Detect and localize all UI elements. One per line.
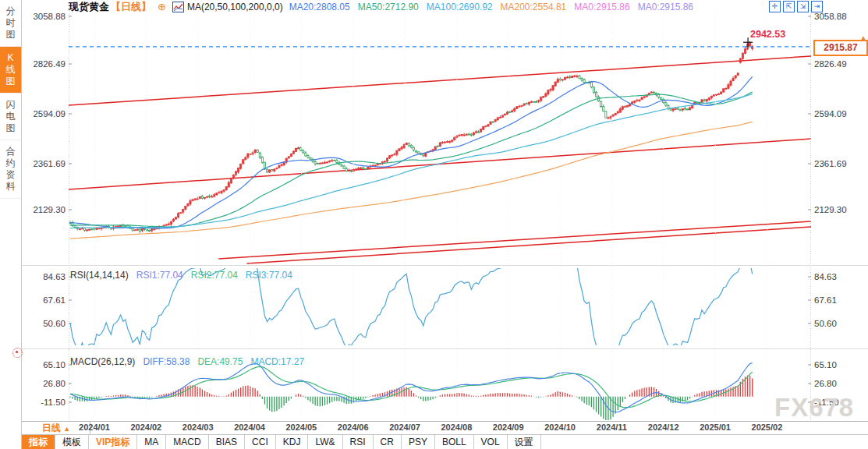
bottom-tab-PSY[interactable]: PSY <box>402 435 435 449</box>
readout: DIFF:58.38 <box>143 356 190 367</box>
symbol-name: 现货黄金 <box>69 0 109 14</box>
rsi-title: RSI(14,14,14) <box>70 270 129 281</box>
bottom-tab-MACD[interactable]: MACD <box>166 435 208 449</box>
month-tick-label: 2024/09 <box>484 422 533 432</box>
month-tick-label: 2024/08 <box>432 422 480 432</box>
chart-header: 现货黄金 【日线】 ⊕ MA(20,50,100,200,0,0) MA20:2… <box>69 1 701 13</box>
sidebar-item-3[interactable]: 合 约 资 料 <box>0 140 21 199</box>
bottom-tab-VIP指标[interactable]: VIP指标 <box>89 435 137 449</box>
bottom-tab-BIAS[interactable]: BIAS <box>209 435 245 449</box>
zoom-out-icon[interactable]: ⇲ <box>797 1 809 12</box>
axis-label: 84.63 <box>814 271 868 282</box>
month-tick-label: 2024/12 <box>639 422 688 432</box>
month-tick-label: 2024/01 <box>70 422 119 432</box>
panel-divider-rsi <box>22 265 868 266</box>
readout: MA200:2554.81 <box>501 2 567 12</box>
price-up-arrow-icon: ▲ <box>859 31 867 44</box>
macd-settings-icon[interactable] <box>12 348 23 358</box>
readout: RSI1:77.04 <box>136 270 183 281</box>
add-indicator-icon[interactable]: ⊕ <box>158 2 166 12</box>
bottom-tab-指标[interactable]: 指标 <box>22 435 55 449</box>
crosshair-icon[interactable]: ✛ <box>769 1 781 12</box>
macd-title: MACD(26,12,9) <box>70 356 135 367</box>
bottom-tab-KDJ[interactable]: KDJ <box>276 435 309 449</box>
indicator-tab-bar: 指标模板VIP指标MAMACDBIASCCIKDJLW&RSICRPSYBOLL… <box>22 434 868 449</box>
readout: DEA:49.75 <box>197 356 243 367</box>
month-tick-label: 2024/02 <box>122 422 170 432</box>
axis-label: 2361.69 <box>814 158 868 169</box>
bottom-tab-模板[interactable]: 模板 <box>55 435 89 449</box>
readout: MA0:2915.86 <box>574 2 629 12</box>
bottom-tab-CR[interactable]: CR <box>374 435 402 449</box>
month-tick-label: 2024/07 <box>381 422 429 432</box>
bottom-tab-MA[interactable]: MA <box>137 435 166 449</box>
month-tick-label: 2024/03 <box>174 422 222 432</box>
watermark: FX678 <box>774 393 854 422</box>
zoom-in-icon[interactable]: ⇱ <box>783 1 795 12</box>
sidebar-item-1[interactable]: K 线 图 <box>0 47 21 94</box>
readout: MACD:17.27 <box>250 356 304 367</box>
month-tick-label: 2024/04 <box>225 422 274 432</box>
month-tick-label: 2024/05 <box>277 422 325 432</box>
rsi-header: RSI(14,14,14) RSI1:77.04RSI2:77.04RSI3:7… <box>70 270 300 281</box>
bottom-tab-VOL[interactable]: VOL <box>474 435 508 449</box>
bottom-tab-CCI[interactable]: CCI <box>245 435 276 449</box>
axis-label: 3058.88 <box>814 11 868 22</box>
triangle-up-icon: ▲ <box>63 425 70 433</box>
axis-label: 26.80 <box>814 378 868 389</box>
axis-label: 2129.30 <box>814 204 868 215</box>
axis-label: 50.60 <box>814 318 868 329</box>
trading-app-window: 分 时 图K 线 图闪 电 图合 约 资 料 现货黄金 【日线】 ⊕ MA(20… <box>0 0 868 449</box>
readout: MA20:2808.05 <box>289 2 350 12</box>
date-axis-row: 日线 ▲ 2024/012024/022024/032024/042024/05… <box>22 421 868 435</box>
ma-readouts: MA20:2808.05MA50:2712.90MA100:2690.92MA2… <box>289 2 701 12</box>
current-price-value: 2915.87 <box>824 42 857 53</box>
month-tick-label: 2024/11 <box>587 422 636 432</box>
ma-indicator-icon[interactable] <box>172 2 184 12</box>
bottom-tab-BOLL[interactable]: BOLL <box>435 435 474 449</box>
readout: MA50:2712.90 <box>358 2 419 12</box>
current-price-box: 2915.87 ▲ <box>813 40 868 56</box>
readout: RSI3:77.04 <box>246 270 292 281</box>
axis-label: 2826.49 <box>814 58 868 69</box>
sidebar-item-2[interactable]: 闪 电 图 <box>0 94 21 140</box>
month-tick-label: 2025/01 <box>691 422 739 432</box>
axis-label: 67.61 <box>814 295 868 306</box>
readout: MA100:2690.92 <box>427 2 493 12</box>
ma-settings-label: MA(20,50,100,200,0,0) <box>187 2 283 12</box>
month-tick-label: 2024/06 <box>329 422 377 432</box>
axis-label: 65.10 <box>814 359 868 370</box>
rsi-readouts: RSI1:77.04RSI2:77.04RSI3:77.04 <box>136 270 300 281</box>
bottom-tab-RSI[interactable]: RSI <box>343 435 374 449</box>
pan-right-icon[interactable]: ⇥ <box>811 1 823 12</box>
macd-header: MACD(26,12,9) DIFF:58.38DEA:49.75MACD:17… <box>70 356 312 367</box>
macd-readouts: DIFF:58.38DEA:49.75MACD:17.27 <box>143 356 312 367</box>
period-badge: 【日线】 <box>111 0 151 14</box>
month-tick-label: 2025/02 <box>742 422 791 432</box>
axis-label: 2594.09 <box>814 108 868 119</box>
readout: MA0:2915.86 <box>638 2 693 12</box>
sidebar-item-0[interactable]: 分 时 图 <box>0 0 21 47</box>
month-tick-label: 2024/10 <box>536 422 584 432</box>
high-price-label: 2942.53 <box>750 29 785 40</box>
bottom-tab-设置[interactable]: 设置 <box>508 435 541 449</box>
chart-toolbar-icons: ✛⇱⇲⇥ <box>769 1 823 12</box>
panel-divider-macd <box>22 348 868 349</box>
left-sidebar: 分 时 图K 线 图闪 电 图合 约 资 料 <box>0 0 22 449</box>
readout: RSI2:77.04 <box>191 270 238 281</box>
bottom-tab-LW&[interactable]: LW& <box>308 435 342 449</box>
